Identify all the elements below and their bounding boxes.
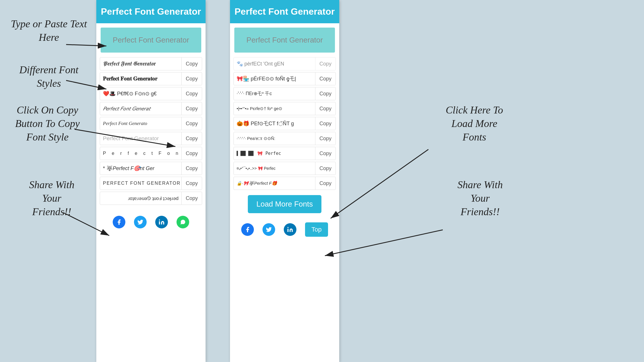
copy-button[interactable]: Copy: [315, 58, 336, 70]
load-more-button[interactable]: Load More Fonts: [248, 195, 322, 213]
font-row: Perfect Font Generator Copy: [100, 132, 202, 145]
left-panel-header: Perfect Font Generator: [96, 0, 206, 23]
facebook-icon[interactable]: [113, 216, 125, 228]
right-text-input[interactable]: [234, 28, 335, 53]
right-social-bar: Top: [230, 217, 339, 242]
left-panel: Perfect Font Generator 𝔓𝔢𝔯𝔣𝔢𝔠𝔱 𝔉𝔬𝔫𝔱 𝔊𝔢𝔫𝔢…: [96, 0, 206, 362]
font-text: 𝘗𝘦𝘳𝘧𝘦𝘤𝘵 𝘍𝘰𝘯𝘵 𝘎𝘦𝘯𝘦𝘳𝘢𝘵: [100, 102, 182, 115]
copy-button[interactable]: Copy: [182, 163, 202, 174]
font-text: * 🐺 Perfect F🎯nt Ger: [100, 162, 182, 175]
svg-point-0: [159, 219, 160, 221]
copy-button[interactable]: Copy: [182, 118, 202, 130]
font-row: P e r f e c t F o n t Copy: [100, 147, 202, 160]
font-text: 🎀🏪 pÉrFE⊙⊙ foÑt ƍ乇|: [234, 72, 315, 85]
svg-point-1: [288, 227, 289, 228]
font-text: ❤️🎩 P€ff€⊙ F⊙n⊙ g€: [100, 87, 182, 100]
annotation-load-more: Click Here ToLoad MoreFonts: [428, 103, 520, 144]
font-text: Perfect Font Generato: [100, 117, 182, 130]
font-text: Perfect Font Generator: [100, 132, 182, 145]
svg-line-7: [325, 230, 443, 256]
top-button[interactable]: Top: [305, 222, 328, 237]
font-row: 𝔓𝔢𝔯𝔣𝔢𝔠𝔱 𝔉𝔬𝔫𝔱 𝔊𝔢𝔫𝔢𝔯𝔞𝔱𝔬𝔯 Copy: [100, 57, 202, 70]
font-text: ·'·'·'· ΠΕr⊕乇ᵃ 千c: [234, 87, 315, 100]
font-text: •|••°'•» Pєrfe⊙† fo* ge⊙: [234, 102, 315, 115]
font-text: 🔒·🎀🐺 Perfect F🎁: [234, 177, 315, 190]
annotation-diff-fonts: Different FontStyles: [6, 63, 92, 90]
copy-button[interactable]: Copy: [182, 103, 202, 115]
copy-button[interactable]: Copy: [315, 148, 336, 159]
right-panel: Perfect Font Generator 🐾 pèrfECt 'Ont gE…: [230, 0, 339, 362]
text-input[interactable]: [101, 28, 201, 53]
font-text: 🐾 pèrfECt 'Ont gEN: [234, 57, 315, 70]
font-text: ¤ₐ•°¯•ₐ•..>> 🎀 Perfec: [234, 162, 315, 175]
font-row: 🎃🎁 PEf⊙乇CT f◌̈ÑT g Copy: [233, 117, 336, 130]
social-bar: [96, 211, 206, 234]
font-row: ɹoʇɐɹǝuǝ⅁ ʇuoℲ ʇɔǝɟɹǝd Copy: [100, 192, 202, 205]
whatsapp-icon[interactable]: [177, 216, 189, 228]
annotation-share-left: Share WithYourFriends!!: [14, 178, 89, 218]
font-text: P e r f e c t F o n t: [100, 147, 182, 160]
font-row: 𝐏𝐞𝐫𝐟𝐞𝐜𝐭 𝐅𝐨𝐧𝐭 𝐆𝐞𝐧𝐞𝐫𝐚𝐭𝐨𝐫 Copy: [100, 72, 202, 85]
font-row: Perfect Font Generato Copy: [100, 117, 202, 130]
linkedin-icon[interactable]: [155, 216, 168, 228]
copy-button[interactable]: Copy: [315, 118, 336, 130]
font-row: ·'·'·'·'· Pea'e□τ ⊙⊙Ñ: Copy: [233, 132, 336, 145]
font-row: 🔒·🎀🐺 Perfect F🎁 Copy: [233, 177, 336, 190]
right-panel-header: Perfect Font Generator: [230, 0, 339, 23]
copy-button[interactable]: Copy: [315, 178, 336, 189]
font-row: 🐾 pèrfECt 'Ont gEN Copy: [233, 57, 336, 70]
font-row: •|••°'•» Pєrfe⊙† fo* ge⊙ Copy: [233, 102, 336, 115]
font-text: ·'·'·'·'· Pea'e□τ ⊙⊙Ñ:: [234, 132, 315, 145]
twitter-icon-right[interactable]: [262, 223, 275, 236]
annotation-click-copy: Click On CopyButton To CopyFont Style: [3, 103, 92, 144]
font-text: ɹoʇɐɹǝuǝ⅁ ʇuoℲ ʇɔǝɟɹǝd: [100, 192, 182, 205]
copy-button[interactable]: Copy: [182, 133, 202, 145]
font-row: ¤ₐ•°¯•ₐ•..>> 🎀 Perfec Copy: [233, 162, 336, 175]
copy-button[interactable]: Copy: [315, 88, 336, 100]
font-row: ▌▐█▌▐█▌ 🎀 Perfec Copy: [233, 147, 336, 160]
font-row: * 🐺 Perfect F🎯nt Ger Copy: [100, 162, 202, 175]
copy-button[interactable]: Copy: [315, 103, 336, 115]
svg-line-6: [331, 149, 428, 218]
linkedin-icon-right[interactable]: [284, 223, 296, 236]
annotation-type-paste: Type or Paste TextHere: [6, 17, 92, 44]
copy-button[interactable]: Copy: [315, 163, 336, 174]
copy-button[interactable]: Copy: [315, 73, 336, 85]
font-text: 𝔓𝔢𝔯𝔣𝔢𝔠𝔱 𝔉𝔬𝔫𝔱 𝔊𝔢𝔫𝔢𝔯𝔞𝔱𝔬𝔯: [100, 57, 182, 70]
font-text: 🎃🎁 PEf⊙乇CT f◌̈ÑT g: [234, 117, 315, 130]
copy-button[interactable]: Copy: [182, 58, 202, 70]
font-row: 𝘗𝘦𝘳𝘧𝘦𝘤𝘵 𝘍𝘰𝘯𝘵 𝘎𝘦𝘯𝘦𝘳𝘢𝘵 Copy: [100, 102, 202, 115]
font-row: 🎀🏪 pÉrFE⊙⊙ foÑt ƍ乇| Copy: [233, 72, 336, 85]
facebook-icon-right[interactable]: [241, 223, 254, 236]
copy-button[interactable]: Copy: [182, 192, 202, 204]
font-text: PERFECT FONT GENERATOR: [100, 177, 182, 190]
font-text: 𝐏𝐞𝐫𝐟𝐞𝐜𝐭 𝐅𝐨𝐧𝐭 𝐆𝐞𝐧𝐞𝐫𝐚𝐭𝐨𝐫: [100, 72, 182, 85]
font-row: PERFECT FONT GENERATOR Copy: [100, 177, 202, 190]
font-row: ·'·'·'· ΠΕr⊕乇ᵃ 千c Copy: [233, 87, 336, 100]
copy-button[interactable]: Copy: [315, 133, 336, 145]
font-text: ▌▐█▌▐█▌ 🎀 Perfec: [234, 147, 315, 160]
copy-button[interactable]: Copy: [182, 88, 202, 100]
font-row: ❤️🎩 P€ff€⊙ F⊙n⊙ g€ Copy: [100, 87, 202, 100]
annotation-share-right: Share WithYourFriends!!: [440, 178, 520, 218]
copy-button[interactable]: Copy: [182, 73, 202, 85]
copy-button[interactable]: Copy: [182, 178, 202, 189]
copy-button[interactable]: Copy: [182, 148, 202, 159]
twitter-icon[interactable]: [134, 216, 147, 228]
